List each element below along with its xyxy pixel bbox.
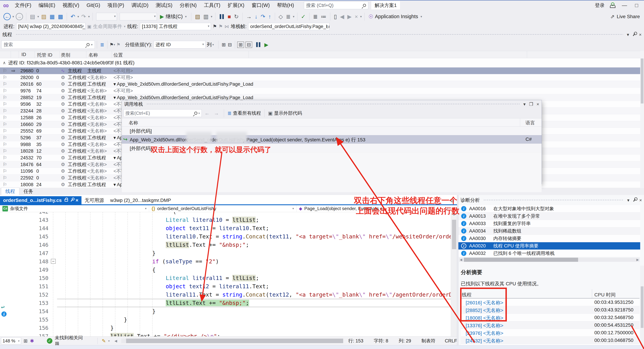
process-combo[interactable]: [N/A] w3wp (2)_202409040845_ (16, 23, 86, 30)
user-avatar-icon[interactable] (610, 2, 615, 8)
status-eol[interactable]: CRLF (445, 338, 457, 344)
col-name[interactable]: 名称 (88, 52, 98, 58)
step-out-icon[interactable]: ↑ (267, 13, 273, 20)
view-all-threads-button[interactable]: 查看所有线程 (233, 110, 261, 116)
code-line[interactable]: 143Literal literal10 = ltlList; (0, 216, 451, 224)
diagnostic-item[interactable]: iAA0013在堆中发现了多个异常 (458, 212, 640, 220)
thread-link[interactable]: [24532] <无名称> (466, 338, 503, 344)
minimize-button[interactable]: — (620, 2, 628, 8)
zoom-level-combo[interactable]: 148 % ▾ (1, 338, 21, 344)
thread-row[interactable]: ⚐⇨296800∿主线程主线程<不可用> (0, 68, 644, 74)
panel-drag-handle[interactable] (16, 34, 624, 36)
menu-item[interactable]: 帮助(H) (273, 0, 298, 10)
col-cpu-time[interactable]: CPU 时间 (594, 292, 616, 298)
document-tab[interactable]: w3wp (2)_20...taskgmr.DMP (107, 196, 174, 204)
col-managed-id[interactable]: 托管 ID (37, 52, 52, 58)
close-tab-icon[interactable]: × (76, 198, 78, 203)
split-view-icon[interactable]: ⊞ (24, 338, 28, 344)
code-line[interactable]: 144object text11 = literal10.Text; (0, 224, 451, 232)
diagnostic-item[interactable]: iAA0016在大型对象堆中找到大型对象 (458, 205, 640, 212)
hscroll-left-icon[interactable]: ◀ (114, 339, 117, 343)
code-line[interactable]: 154} (0, 307, 451, 316)
window-maximize-icon[interactable]: ❐ (529, 102, 533, 107)
step-over-icon[interactable]: ↷ (259, 13, 267, 20)
redo-icon[interactable]: ↷ (80, 13, 88, 20)
configuration-combo[interactable] (96, 13, 117, 20)
thread-combo[interactable]: [13376] 工作线程 (140, 23, 211, 30)
flag-secondary-icon[interactable]: ⚑ (218, 24, 222, 29)
col-name[interactable]: 名称 (129, 120, 138, 126)
stop-icon[interactable]: ■ (226, 13, 232, 20)
panel-dropdown-icon[interactable]: ▾ (627, 198, 630, 203)
diagnostic-item[interactable]: iAA0020线程 CPU 使用率摘要 (458, 242, 640, 250)
expand-all-icon[interactable]: ⊞ (220, 42, 226, 48)
flag-icon[interactable]: ⚐ (3, 168, 7, 174)
threads-vertical-scrollbar[interactable] (640, 51, 644, 188)
collapse-all-icon[interactable]: ⊟ (227, 42, 233, 48)
code-line[interactable]: 145literal10.Text = string.Concat(text11… (0, 232, 451, 241)
dropdown-icon[interactable]: ▾ (88, 15, 90, 18)
next-bookmark-icon[interactable]: ▶ (346, 13, 353, 20)
quick-search-input[interactable]: 搜索 (Ctrl+Q) (304, 2, 368, 9)
code-cleanup-icon[interactable]: ✎ (102, 338, 106, 344)
tab-threads[interactable]: 线程 (1, 188, 19, 195)
dropdown-icon[interactable]: ▾ (184, 15, 187, 18)
document-tab[interactable]: orderSend_o...istFishy.cs× (0, 196, 82, 204)
collapse-callstacks-icon[interactable]: ⊟ (246, 42, 252, 48)
show-next-statement-icon[interactable]: → (244, 13, 253, 20)
tab-tasks[interactable]: 任务 (19, 188, 37, 195)
dropdown-icon[interactable]: ▾ (292, 15, 295, 18)
signin-button[interactable]: 登录 (595, 2, 604, 9)
restart-icon[interactable]: ↻ (232, 13, 240, 20)
flag-icon[interactable]: ⚐ (3, 114, 7, 121)
flow-icon[interactable]: ≣ (284, 13, 292, 20)
flag-icon[interactable]: ⚐ (3, 101, 7, 108)
flag-icon[interactable]: ⚐ (3, 154, 7, 161)
code-line[interactable]: 151object text12 = literal11.Text; (0, 282, 451, 290)
collapse-group-icon[interactable]: ∧ (3, 60, 6, 65)
callstack-search-input[interactable]: 搜索(Ctrl+E) ▾ (124, 109, 202, 117)
diagnostic-item[interactable]: iAA0030内存转储摘要 (458, 235, 640, 242)
flag-icon[interactable]: ⚐ (3, 174, 7, 181)
cpu-row[interactable]: [24532] <无名称>00:00:10.0468750 (461, 336, 640, 344)
code-line[interactable]: 149{ (0, 266, 451, 274)
continue-button[interactable]: ▶继续(C)▾ (158, 13, 189, 20)
diagnostics-horizontal-scrollbar[interactable]: ◀▶ (459, 258, 640, 262)
editor-vertical-scrollbar[interactable]: ▲ (451, 212, 457, 336)
col-id[interactable]: ID (22, 52, 26, 57)
bookmark-icon[interactable]: ▯ (332, 13, 338, 20)
menu-item[interactable]: 文件(F) (11, 0, 35, 10)
dropdown-icon[interactable]: ▾ (360, 15, 362, 18)
flag-icon[interactable]: ⚐ (3, 68, 7, 74)
open-file-icon[interactable]: ▨ (40, 13, 48, 20)
menu-item[interactable]: 分析(N) (176, 0, 200, 10)
status-tabs[interactable]: 制表符 (422, 338, 436, 344)
panel-drag-handle[interactable] (483, 199, 624, 201)
cpu-row[interactable]: [23976] <无名称>00:00:12.7500000 (461, 329, 640, 336)
flag-icon[interactable]: ⚐ (3, 148, 7, 154)
menu-item[interactable]: 项目(P) (104, 0, 128, 10)
undo-icon[interactable]: ↶ (69, 13, 77, 20)
intellisense-icon[interactable]: ✱ (30, 338, 34, 344)
menu-item[interactable]: 工具(T) (200, 0, 224, 10)
flag-filter-icon[interactable]: ⚑ (110, 42, 114, 48)
show-external-code-button[interactable]: 显示外部代码 (274, 110, 302, 116)
flag-gray-icon[interactable]: ⚑ (116, 42, 120, 48)
pin-icon[interactable] (70, 199, 73, 202)
fold-collapse-icon[interactable]: − (51, 259, 56, 264)
thread-row[interactable]: ⚐2601660⚙工作线程工作线程▾ App_Web_2xld50vm.dll!… (0, 81, 644, 88)
flag-icon[interactable]: ⚑ (212, 24, 217, 29)
menu-item[interactable]: Git(G) (83, 0, 104, 10)
new-file-icon[interactable]: ▤ (28, 13, 37, 20)
code-line[interactable]: 153ltlList.Text += "&nbsp;"; (0, 299, 451, 307)
menu-item[interactable]: 扩展(X) (224, 0, 248, 10)
code-line[interactable]: 147} (0, 249, 451, 257)
thread-row[interactable]: ⚐997674⚙工作线程<无名称><不可用> (0, 88, 644, 94)
panel-dropdown-icon[interactable]: ▾ (627, 32, 629, 37)
callstack-frame-row[interactable]: [外部代码] (122, 126, 542, 135)
nav-forward-icon[interactable]: → (212, 110, 220, 116)
diagnostic-item[interactable]: iAA0032已找到 6 个唯一线程调用堆栈 (458, 250, 640, 257)
code-line[interactable]: 148−if (saleType == "2") (0, 257, 451, 266)
menu-item[interactable]: 窗口(W) (248, 0, 274, 10)
panel-close-icon[interactable]: × (639, 32, 642, 37)
